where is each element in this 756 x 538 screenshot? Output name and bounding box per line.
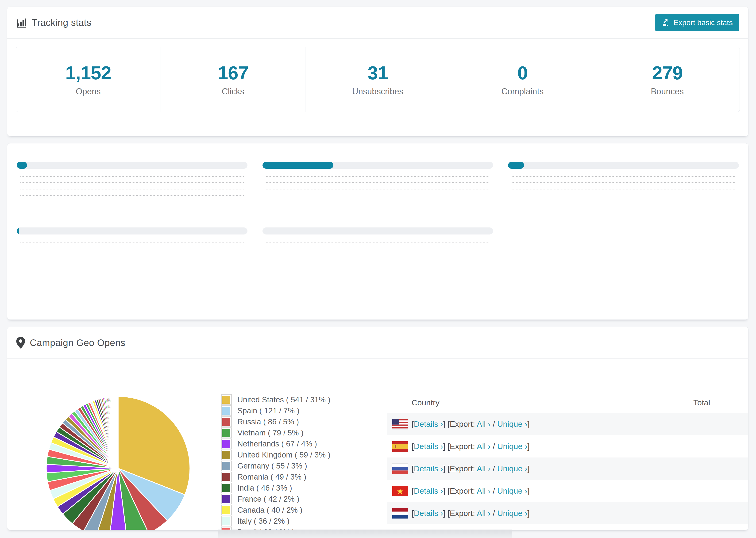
total-column-header: Total [693, 398, 710, 407]
export-all-link[interactable]: All › [477, 442, 491, 451]
legend-item-united-states[interactable]: United States ( 541 / 31% ) [221, 394, 330, 405]
legend-item-canada[interactable]: Canada ( 40 / 2% ) [221, 505, 330, 515]
legend-item-romania[interactable]: Romania ( 49 / 3% ) [221, 471, 330, 482]
dotted-leader [21, 195, 244, 196]
details-link[interactable]: Details › [414, 486, 443, 495]
details-link[interactable]: Details › [414, 419, 443, 428]
dotted-leader [512, 189, 735, 189]
page-title: Tracking stats [32, 17, 91, 28]
legend-item-russia[interactable]: Russia ( 86 / 5% ) [221, 416, 330, 427]
dotted-leader [266, 176, 490, 177]
stat-value: 279 [652, 62, 682, 84]
legend-label: Germany ( 55 / 3% ) [237, 461, 307, 470]
stat-label: Clicks [222, 86, 244, 96]
country-cell: [Details ›] [Export: All › / Unique ›] [411, 419, 530, 429]
legend-label: India ( 46 / 3% ) [237, 484, 292, 493]
legend-item-germany[interactable]: Germany ( 55 / 3% ) [221, 460, 330, 471]
legend-swatch [221, 505, 232, 515]
rate-row [508, 184, 739, 185]
rate-row [508, 190, 739, 191]
dotted-leader [21, 176, 244, 177]
dotted-leader [512, 176, 735, 177]
dotted-leader [21, 183, 244, 183]
us-flag-icon [392, 419, 408, 429]
geo-title: Campaign Geo Opens [30, 338, 125, 348]
geo-table-header: Country Total [387, 392, 748, 413]
geo-table: Country Total [Details ›] [Export: All ›… [387, 392, 748, 530]
stat-label: Bounces [651, 86, 684, 96]
tracking-stats-header: Tracking stats Export basic stats [7, 7, 748, 39]
legend-swatch [221, 450, 232, 460]
export-unique-link[interactable]: Unique › [497, 486, 527, 495]
rate-row [262, 190, 493, 191]
progress-bar [262, 228, 493, 235]
legend-swatch [221, 394, 232, 405]
geo-table-row-united-kingdom: [Details ›] [Export: All › / Unique ›] [387, 524, 748, 530]
geo-table-row-vietnam: [Details ›] [Export: All › / Unique ›] [387, 480, 748, 502]
legend-label: Italy ( 36 / 2% ) [237, 517, 290, 525]
country-cell: [Details ›] [Export: All › / Unique ›] [411, 464, 530, 473]
legend-item-india[interactable]: India ( 46 / 3% ) [221, 482, 330, 493]
rates-card [7, 143, 748, 320]
country-cell: [Details ›] [Export: All › / Unique ›] [411, 486, 530, 496]
legend-swatch [221, 516, 232, 526]
export-all-link[interactable]: All › [477, 486, 491, 495]
bar-chart-icon [16, 17, 27, 28]
legend-swatch [221, 460, 232, 471]
stat-cell-complaints: 0 Complaints [450, 47, 595, 112]
stat-value: 1,152 [65, 62, 111, 84]
legend-item-italy[interactable]: Italy ( 36 / 2% ) [221, 515, 330, 526]
legend-label: United States ( 541 / 31% ) [237, 395, 330, 404]
rate-block-bounce-rate [508, 155, 739, 197]
legend-item-united-kingdom[interactable]: United Kingdom ( 59 / 3% ) [221, 449, 330, 460]
legend-label: Vietnam ( 79 / 5% ) [237, 428, 303, 437]
stat-cell-bounces: 279 Bounces [595, 47, 740, 112]
ru-flag-icon [392, 463, 408, 474]
export-all-link[interactable]: All › [477, 419, 491, 428]
export-unique-link[interactable]: Unique › [497, 509, 527, 517]
legend-swatch [221, 471, 232, 482]
export-basic-stats-button[interactable]: Export basic stats [655, 14, 739, 31]
geo-table-row-russia: [Details ›] [Export: All › / Unique ›] [387, 457, 748, 480]
legend-item-spain[interactable]: Spain ( 121 / 7% ) [221, 405, 330, 416]
stat-value: 31 [367, 62, 388, 84]
dotted-leader [266, 183, 490, 183]
legend-item-france[interactable]: France ( 42 / 2% ) [221, 493, 330, 505]
country-column-header: Country [411, 398, 440, 407]
stat-label: Unsubscribes [352, 86, 404, 96]
vn-flag-icon [392, 486, 408, 496]
dotted-leader [266, 242, 490, 242]
export-unique-link[interactable]: Unique › [497, 442, 527, 451]
progress-bar [17, 228, 247, 235]
export-all-link[interactable]: All › [477, 464, 491, 473]
legend-label: Spain ( 121 / 7% ) [237, 406, 299, 415]
nl-flag-icon [392, 508, 408, 518]
rate-block-opens-rate [262, 155, 493, 197]
dotted-leader [266, 189, 490, 189]
rate-block-clicks-rate [17, 155, 247, 197]
progress-bar [508, 162, 739, 169]
dotted-leader [512, 183, 735, 183]
rate-row [17, 178, 247, 178]
legend-item-vietnam[interactable]: Vietnam ( 79 / 5% ) [221, 427, 330, 438]
legend-swatch [221, 494, 232, 505]
rate-row [17, 184, 247, 185]
progress-bar [262, 162, 493, 169]
details-link[interactable]: Details › [414, 509, 443, 517]
legend-swatch [221, 483, 232, 493]
legend-label: Canada ( 40 / 2% ) [237, 506, 302, 514]
country-cell: [Details ›] [Export: All › / Unique ›] [411, 509, 530, 518]
rate-row [17, 243, 247, 244]
campaign-geo-opens-card: Campaign Geo Opens United States ( 541 /… [7, 327, 748, 530]
legend-swatch [221, 439, 232, 449]
stat-cell-opens: 1,152 Opens [16, 47, 161, 112]
details-link[interactable]: Details › [414, 442, 443, 451]
legend-item-netherlands[interactable]: Netherlands ( 67 / 4% ) [221, 438, 330, 449]
export-all-link[interactable]: All › [477, 509, 491, 517]
export-unique-link[interactable]: Unique › [497, 464, 527, 473]
export-unique-link[interactable]: Unique › [497, 419, 527, 428]
details-link[interactable]: Details › [414, 464, 443, 473]
geo-body: United States ( 541 / 31% ) Spain ( 121 … [7, 359, 748, 530]
legend-label: Netherlands ( 67 / 4% ) [237, 439, 317, 448]
geo-pie-chart [36, 386, 200, 530]
